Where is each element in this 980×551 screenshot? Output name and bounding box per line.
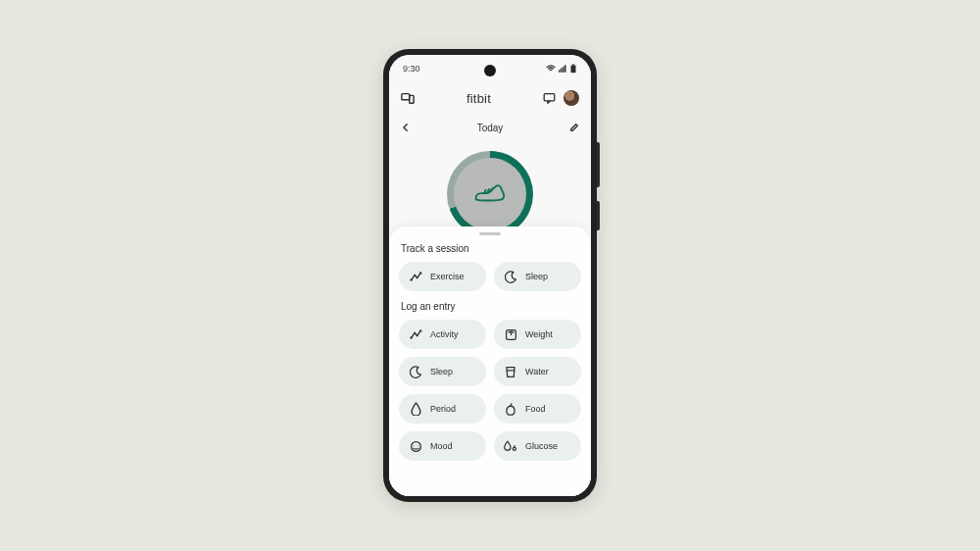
chip-label: Sleep	[430, 367, 453, 376]
phone-camera-hole	[484, 65, 496, 76]
cellular-icon	[559, 65, 566, 73]
svg-point-11	[414, 444, 415, 445]
log-entry-grid: Activity Weight Sleep	[399, 320, 581, 461]
svg-rect-0	[571, 66, 576, 74]
edit-pencil-icon[interactable]	[569, 123, 579, 132]
devices-icon[interactable]	[401, 91, 415, 105]
status-time: 9:30	[403, 64, 420, 74]
svg-point-7	[411, 337, 412, 338]
track-session-heading: Track a session	[401, 243, 579, 254]
log-entry-heading: Log an entry	[401, 301, 579, 312]
status-icons-group	[546, 64, 577, 74]
svg-rect-4	[544, 93, 555, 100]
chip-label: Period	[430, 404, 456, 414]
avatar[interactable]	[564, 90, 579, 106]
track-exercise-button[interactable]: Exercise	[399, 262, 486, 291]
log-mood-button[interactable]: Mood	[399, 431, 486, 461]
activity-progress-ring[interactable]	[447, 151, 533, 237]
cup-icon	[504, 365, 517, 378]
track-sleep-button[interactable]: Sleep	[494, 262, 581, 291]
log-activity-button[interactable]: Activity	[399, 320, 486, 349]
exercise-icon	[409, 270, 422, 283]
track-session-grid: Exercise Sleep	[399, 262, 581, 291]
sheet-drag-handle[interactable]	[479, 232, 501, 235]
wifi-icon	[546, 65, 556, 73]
phone-volume-button	[597, 142, 600, 187]
shoe-icon	[473, 183, 507, 205]
activity-icon	[409, 327, 422, 341]
smile-icon	[409, 439, 422, 453]
moon-icon	[504, 270, 517, 283]
chip-label: Exercise	[430, 272, 465, 281]
chip-label: Activity	[430, 329, 459, 339]
chat-icon[interactable]	[543, 92, 556, 105]
droplet-icon	[409, 402, 422, 416]
svg-point-8	[420, 330, 421, 331]
svg-point-12	[416, 444, 417, 445]
log-period-button[interactable]: Period	[399, 394, 486, 424]
svg-point-10	[411, 441, 420, 451]
log-sleep-button[interactable]: Sleep	[399, 357, 486, 386]
chip-label: Water	[525, 367, 549, 376]
phone-power-button	[597, 201, 600, 230]
svg-point-5	[411, 279, 412, 280]
log-glucose-button[interactable]: Glucose	[494, 431, 581, 461]
moon-icon	[409, 365, 422, 378]
date-sub-header: Today	[389, 114, 591, 141]
phone-screen: 9:30 fitbit	[389, 55, 591, 496]
phone-frame: 9:30 fitbit	[383, 49, 597, 502]
back-chevron-icon[interactable]	[401, 123, 411, 132]
chip-label: Sleep	[525, 272, 548, 281]
chip-label: Food	[525, 404, 546, 414]
log-weight-button[interactable]: Weight	[494, 320, 581, 349]
svg-rect-1	[572, 64, 575, 65]
chip-label: Glucose	[525, 441, 558, 451]
bottom-sheet: Track a session Exercise Sleep Log an en…	[389, 226, 591, 496]
chip-label: Weight	[525, 329, 553, 339]
date-label: Today	[477, 123, 504, 133]
glucose-icon	[504, 439, 517, 453]
log-food-button[interactable]: Food	[494, 394, 581, 424]
scale-icon	[504, 327, 517, 341]
app-top-bar: fitbit	[389, 82, 591, 114]
svg-rect-3	[410, 95, 414, 103]
chip-label: Mood	[430, 441, 453, 451]
battery-icon	[569, 64, 577, 74]
app-brand-title: fitbit	[466, 91, 491, 106]
svg-point-6	[420, 273, 421, 274]
activity-ring-area	[389, 151, 591, 237]
log-water-button[interactable]: Water	[494, 357, 581, 386]
svg-rect-2	[402, 94, 410, 100]
apple-icon	[504, 402, 517, 416]
